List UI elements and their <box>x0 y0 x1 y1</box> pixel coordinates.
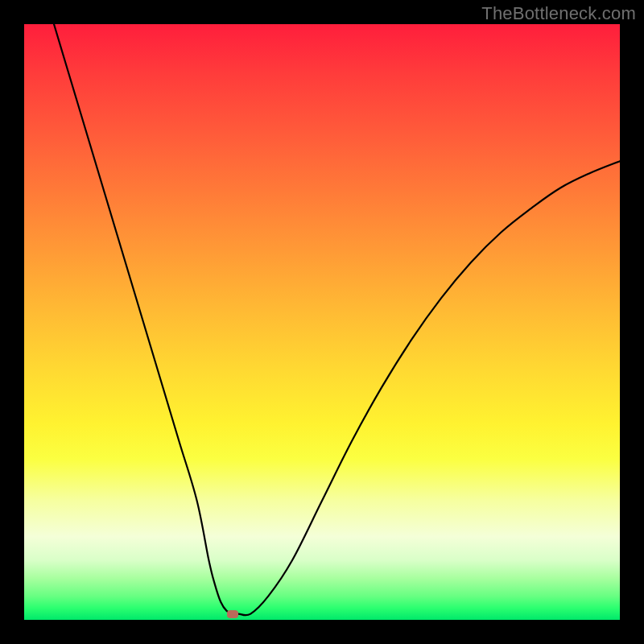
chart-frame: TheBottleneck.com <box>0 0 644 644</box>
watermark-text: TheBottleneck.com <box>481 3 636 24</box>
bottleneck-curve <box>24 24 620 620</box>
optimal-marker <box>227 610 238 618</box>
plot-area <box>24 24 620 620</box>
